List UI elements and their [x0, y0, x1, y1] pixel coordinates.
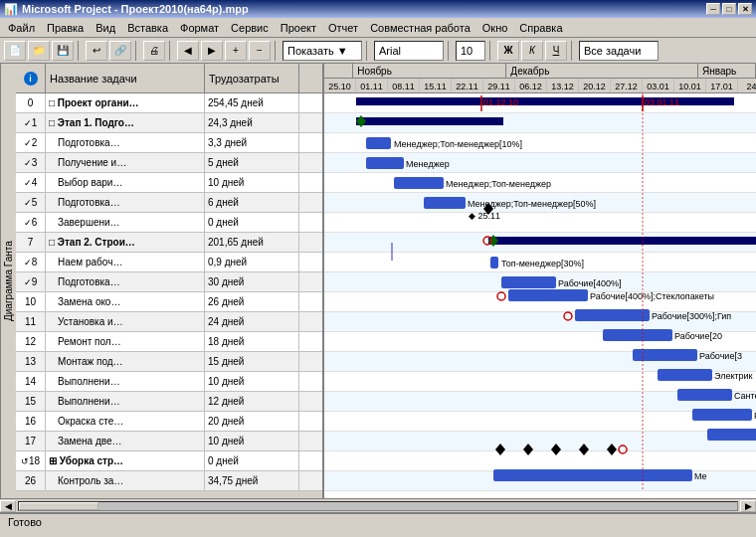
table-row[interactable]: ✓ 5 Подготовка… 6 дней	[16, 193, 322, 213]
link-button[interactable]: 🔗	[109, 41, 131, 61]
menu-collab[interactable]: Совместная работа	[364, 20, 476, 36]
task-id: ✓ 8	[16, 253, 46, 271]
table-row[interactable]: 14 Выполнени… 10 дней	[16, 372, 322, 392]
table-row[interactable]: 11 Установка и… 24 дней	[16, 312, 322, 332]
task-name[interactable]: ⊞ Уборка стр…	[46, 451, 205, 470]
task-name[interactable]: Монтаж под…	[46, 352, 205, 371]
task-id: ✓ 4	[16, 173, 46, 192]
task-name[interactable]: Наем рабоч…	[46, 253, 205, 271]
gantt-row-1	[324, 113, 756, 133]
table-row[interactable]: ✓ 6 Завершени… 0 дней	[16, 213, 322, 233]
task-id: 0	[16, 93, 46, 112]
task-id: ✓ 9	[16, 272, 46, 291]
table-row[interactable]: ↺ 18 ⊞ Уборка стр… 0 дней	[16, 451, 322, 471]
arrow-left-button[interactable]: ◀	[177, 41, 199, 61]
table-row[interactable]: 0 □ Проект органи… 254,45 дней	[16, 93, 322, 113]
save-button[interactable]: 💾	[52, 41, 74, 61]
table-row[interactable]: 12 Ремонт пол… 18 дней	[16, 332, 322, 352]
plus-button[interactable]: +	[225, 41, 247, 61]
task-name[interactable]: Окраска сте…	[46, 412, 205, 431]
scroll-area[interactable]: ◀ ▶	[0, 498, 756, 512]
open-button[interactable]: 📁	[28, 41, 50, 61]
filter-dropdown[interactable]: Все задачи	[579, 41, 659, 61]
table-row[interactable]: 15 Выполнени… 12 дней	[16, 392, 322, 412]
table-row[interactable]: ✓ 9 Подготовка… 30 дней	[16, 272, 322, 292]
minimize-button[interactable]: ─	[706, 3, 720, 15]
task-name[interactable]: Ремонт пол…	[46, 332, 205, 351]
menu-service[interactable]: Сервис	[225, 20, 275, 36]
arrow-right-button[interactable]: ▶	[201, 41, 223, 61]
menu-edit[interactable]: Правка	[41, 20, 90, 36]
table-row[interactable]: 17 Замена две… 10 дней	[16, 432, 322, 451]
gantt-month-row: Ноябрь Декабрь Январь	[324, 64, 756, 79]
task-work: 30 дней	[205, 272, 299, 291]
menu-format[interactable]: Формат	[174, 20, 225, 36]
task-name[interactable]: Подготовка…	[46, 272, 205, 291]
table-row[interactable]: 26 Контроль за… 34,75 дней	[16, 471, 322, 491]
table-row[interactable]: 10 Замена окo… 26 дней	[16, 292, 322, 312]
font-name-dropdown[interactable]: Arial	[374, 41, 444, 61]
scroll-left-button[interactable]: ◀	[0, 500, 16, 512]
gantt-row-6	[324, 213, 756, 233]
task-name[interactable]: Замена окo…	[46, 292, 205, 311]
day-1511: 15.11	[420, 79, 452, 93]
scroll-track	[18, 501, 738, 511]
table-row[interactable]: ✓ 3 Получение и… 5 дней	[16, 153, 322, 173]
gantt-body: 01.12.10 03.01.11 Менеджер;Топ-менеджер[…	[324, 93, 756, 491]
menu-window[interactable]: Окно	[476, 20, 514, 36]
italic-button[interactable]: К	[521, 41, 543, 61]
task-name[interactable]: Подготовка…	[46, 193, 205, 212]
bold-button[interactable]: Ж	[497, 41, 519, 61]
task-name[interactable]: Выполнени…	[46, 372, 205, 391]
gantt-row-17	[324, 432, 756, 451]
day-2211: 22.11	[452, 79, 483, 93]
new-button[interactable]: 📄	[4, 41, 26, 61]
task-name[interactable]: Завершени…	[46, 213, 205, 232]
gantt-row-14	[324, 372, 756, 392]
task-name[interactable]: Замена две…	[46, 432, 205, 450]
table-row[interactable]: ✓ 4 Выбор вари… 10 дней	[16, 173, 322, 193]
minus-button[interactable]: −	[249, 41, 271, 61]
task-name[interactable]: □ Проект органи…	[46, 93, 205, 112]
menu-project[interactable]: Проект	[275, 20, 322, 36]
table-row[interactable]: 16 Окраска сте… 20 дней	[16, 412, 322, 432]
menu-file[interactable]: Файл	[2, 20, 41, 36]
month-nov: Ноябрь	[353, 64, 506, 78]
task-name[interactable]: Выполнени…	[46, 392, 205, 411]
gantt-row-18	[324, 451, 756, 471]
task-name[interactable]: Получение и…	[46, 153, 205, 172]
font-size-dropdown[interactable]: 10	[456, 41, 485, 61]
scroll-right-button[interactable]: ▶	[740, 500, 756, 512]
menu-view[interactable]: Вид	[90, 20, 121, 36]
table-row[interactable]: ✓ 1 □ Этап 1. Подго… 24,3 дней	[16, 113, 322, 133]
maximize-button[interactable]: □	[722, 3, 736, 15]
task-work: 24,3 дней	[205, 113, 299, 132]
task-name[interactable]: Подготовка…	[46, 133, 205, 152]
underline-button[interactable]: Ч	[545, 41, 567, 61]
task-name[interactable]: □ Этап 2. Строи…	[46, 233, 205, 252]
task-name[interactable]: Выбор вари…	[46, 173, 205, 192]
table-row[interactable]: ✓ 8 Наем рабоч… 0,9 дней	[16, 253, 322, 272]
menu-insert[interactable]: Вставка	[121, 20, 174, 36]
menu-report[interactable]: Отчет	[322, 20, 364, 36]
task-name[interactable]: Контроль за…	[46, 471, 205, 490]
table-row[interactable]: 13 Монтаж под… 15 дней	[16, 352, 322, 372]
menu-help[interactable]: Справка	[513, 20, 568, 36]
gantt-day-row: 25.10 01.11 08.11 15.11 22.11 29.11 06.1…	[324, 79, 756, 93]
table-row[interactable]: ✓ 2 Подготовка… 3,3 дней	[16, 133, 322, 153]
separator1	[78, 41, 82, 61]
table-row[interactable]: 7 □ Этап 2. Строи… 201,65 дней	[16, 233, 322, 253]
show-dropdown[interactable]: Показать ▼	[283, 41, 362, 61]
header-work: Трудозатраты	[205, 64, 299, 92]
task-work: 10 дней	[205, 372, 299, 391]
undo-button[interactable]: ↩	[86, 41, 107, 61]
scroll-thumb[interactable]	[19, 502, 98, 510]
task-name[interactable]: □ Этап 1. Подго…	[46, 113, 205, 132]
print-button[interactable]: 🖨	[143, 41, 165, 61]
task-id: ✓ 6	[16, 213, 46, 232]
task-name[interactable]: Установка и…	[46, 312, 205, 331]
close-button[interactable]: ✕	[738, 3, 752, 15]
info-icon: i	[24, 72, 38, 86]
separator4	[275, 41, 279, 61]
task-id: 17	[16, 432, 46, 450]
